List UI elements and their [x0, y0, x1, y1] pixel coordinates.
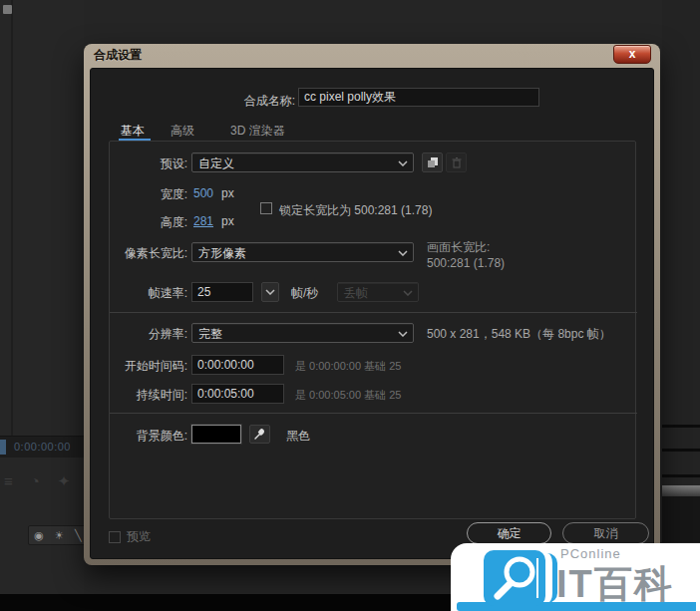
- dialog-title: 合成设置: [94, 48, 142, 62]
- duration-input[interactable]: [191, 384, 284, 404]
- eyedropper-icon: [253, 428, 266, 441]
- tab-basic[interactable]: 基本: [121, 123, 145, 140]
- lock-aspect-checkbox[interactable]: [260, 202, 272, 214]
- drop-frame-value: 丢帧: [344, 286, 368, 300]
- start-timecode-label: 开始时间码:: [110, 358, 187, 375]
- preview-checkbox[interactable]: [109, 531, 121, 543]
- app-corner-icon: [3, 5, 12, 14]
- tab-3d-renderer[interactable]: 3D 渲染器: [230, 123, 285, 140]
- pixel-aspect-value: 方形像素: [198, 246, 246, 260]
- preview-label: 预览: [127, 528, 151, 545]
- drop-frame-select: 丢帧: [337, 282, 419, 302]
- row-divider: [662, 474, 700, 477]
- save-preset-button[interactable]: [422, 153, 443, 172]
- pixel-aspect-select[interactable]: 方形像素: [191, 242, 414, 262]
- preset-label: 预设:: [110, 155, 187, 172]
- magnifier-book-icon: [484, 550, 545, 606]
- panel-row: [662, 496, 700, 542]
- background-color-name: 黑色: [286, 428, 310, 445]
- resolution-select[interactable]: 完整: [191, 323, 414, 343]
- resolution-value: 完整: [198, 327, 222, 341]
- chevron-down-icon: [398, 331, 408, 337]
- row-divider: [662, 449, 700, 452]
- duration-label: 持续时间:: [110, 387, 187, 404]
- width-unit: px: [221, 186, 234, 200]
- height-value[interactable]: 281: [193, 214, 213, 228]
- right-panel-background: [662, 0, 700, 594]
- timecode-marker: [0, 440, 6, 455]
- section-divider: [110, 312, 637, 313]
- frame-rate-unit: 帧/秒: [291, 285, 318, 302]
- composition-settings-dialog: 合成设置 x 合成名称: 基本 高级 3D 渲染器 预设: 自定义: [84, 44, 660, 565]
- background-color-label: 背景颜色:: [110, 428, 187, 445]
- panel-divider: [11, 0, 13, 436]
- slash-icon[interactable]: ╲: [75, 529, 82, 542]
- chevron-down-icon: [398, 160, 408, 166]
- graph-editor-icon[interactable]: ≡: [4, 472, 13, 490]
- tab-advanced[interactable]: 高级: [171, 123, 194, 140]
- basic-tab-panel: 预设: 自定义 宽度: 500 px 高度: 281 px: [109, 141, 636, 519]
- preview-toggle[interactable]: 预览: [109, 528, 151, 545]
- resolution-label: 分辨率:: [110, 326, 187, 343]
- timeline-timecode[interactable]: 0:00:00:00: [14, 441, 71, 453]
- watermark-title: IT百科: [556, 559, 674, 610]
- frame-aspect-value: 500:281 (1.78): [427, 256, 505, 270]
- composition-name-input[interactable]: [298, 88, 539, 107]
- row-divider: [662, 425, 700, 428]
- resolution-info: 500 x 281，548 KB（每 8bpc 帧）: [427, 326, 611, 343]
- dialog-body: 合成名称: 基本 高级 3D 渲染器 预设: 自定义: [90, 68, 654, 559]
- motion-blur-icon[interactable]: ◔: [31, 472, 40, 490]
- close-button[interactable]: x: [613, 45, 651, 64]
- timeline-mini-toolbar: ◉ ☀ ╲: [28, 525, 88, 545]
- preset-value: 自定义: [198, 156, 234, 170]
- cancel-button[interactable]: 取消: [562, 522, 649, 544]
- background-color-swatch[interactable]: [191, 425, 241, 444]
- watermark: PConline IT百科: [451, 543, 700, 611]
- scrollbar-thumb[interactable]: [662, 485, 700, 496]
- width-label: 宽度:: [110, 186, 187, 203]
- chevron-down-icon: [265, 289, 275, 295]
- chevron-down-icon: [398, 250, 408, 256]
- frame-rate-input[interactable]: [191, 282, 253, 302]
- height-unit: px: [221, 214, 234, 228]
- composition-name-label: 合成名称:: [151, 93, 295, 110]
- frame-rate-label: 帧速率:: [110, 285, 187, 302]
- target-icon[interactable]: ◉: [34, 529, 44, 542]
- height-label: 高度:: [110, 214, 187, 231]
- timeline-switch-icons: ≡ ◔ ✦: [4, 472, 84, 490]
- preset-select[interactable]: 自定义: [191, 153, 414, 172]
- camera-icon[interactable]: ✦: [58, 472, 71, 490]
- trash-icon: [451, 156, 463, 168]
- start-timecode-info: 是 0:00:00:00 基础 25: [295, 359, 401, 374]
- ok-button[interactable]: 确定: [467, 522, 551, 544]
- section-divider: [110, 413, 637, 414]
- lock-aspect-label: 锁定长宽比为 500:281 (1.78): [279, 202, 432, 219]
- eyedropper-button[interactable]: [249, 425, 270, 444]
- preset-save-icon: [427, 156, 439, 168]
- chevron-down-icon: [403, 290, 413, 296]
- delete-preset-button[interactable]: [446, 153, 467, 172]
- pixel-aspect-label: 像素长宽比:: [110, 245, 187, 262]
- frame-aspect-label: 画面长宽比:: [427, 239, 490, 256]
- width-value[interactable]: 500: [193, 186, 213, 200]
- timeline-timecode-panel: 0:00:00:00: [0, 436, 84, 458]
- dialog-titlebar[interactable]: 合成设置: [84, 44, 660, 68]
- sun-icon[interactable]: ☀: [55, 529, 65, 542]
- start-timecode-input[interactable]: [191, 355, 284, 375]
- duration-info: 是 0:00:05:00 基础 25: [295, 388, 401, 403]
- app-window: 0:00:00:00 ≡ ◔ ✦ ◉ ☀ ╲ 合成设置 x 合成名称: 基本 高…: [0, 0, 700, 611]
- magnifier-icon: [484, 550, 545, 606]
- frame-rate-dropdown-button[interactable]: [261, 282, 279, 302]
